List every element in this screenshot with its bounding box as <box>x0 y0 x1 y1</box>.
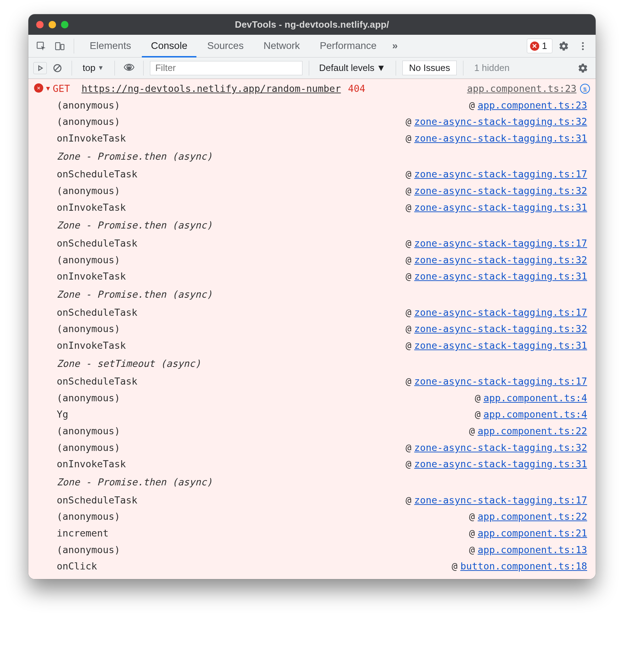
source-link[interactable]: zone-async-stack-tagging.ts:17 <box>414 307 587 318</box>
source-link[interactable]: zone-async-stack-tagging.ts:31 <box>414 271 587 282</box>
issues-button[interactable]: No Issues <box>402 61 457 75</box>
source-link[interactable]: button.component.ts:18 <box>460 561 587 572</box>
frame-function: onClick <box>57 559 97 574</box>
source-link[interactable]: zone-async-stack-tagging.ts:31 <box>414 202 587 213</box>
at-sign: @ <box>469 100 475 111</box>
source-link[interactable]: zone-async-stack-tagging.ts:32 <box>414 254 587 265</box>
source-link[interactable]: app.component.ts:23 <box>478 100 587 111</box>
stack-trace: (anonymous)@app.component.ts:23(anonymou… <box>28 97 596 575</box>
toggle-sidebar-icon[interactable] <box>33 62 47 74</box>
settings-icon[interactable] <box>556 38 572 54</box>
live-expression-icon[interactable] <box>121 60 137 76</box>
console-toolbar: top ▼ Default levels ▼ No Issues 1 hidde… <box>28 57 596 79</box>
source-link[interactable]: zone-async-stack-tagging.ts:32 <box>414 185 587 196</box>
source-link[interactable]: zone-async-stack-tagging.ts:31 <box>414 458 587 469</box>
frame-location: @zone-async-stack-tagging.ts:31 <box>391 269 587 284</box>
source-link[interactable]: app.component.ts:22 <box>478 425 587 436</box>
devtools-window: DevTools - ng-devtools.netlify.app/ Elem… <box>28 14 596 579</box>
frame-function: (anonymous) <box>57 114 120 130</box>
frame-function: onInvokeTask <box>57 200 126 215</box>
console-settings-icon[interactable] <box>575 60 591 76</box>
request-url-link[interactable]: https://ng-devtools.netlify.app/random-n… <box>82 81 341 97</box>
hidden-messages-count: 1 hidden <box>470 62 514 73</box>
source-link[interactable]: app.component.ts:13 <box>478 544 587 555</box>
stack-frame: onScheduleTask@zone-async-stack-tagging.… <box>57 373 587 390</box>
tab-console[interactable]: Console <box>142 35 197 57</box>
minimize-window-button[interactable] <box>49 21 56 28</box>
at-sign: @ <box>406 202 411 213</box>
frame-location: @zone-async-stack-tagging.ts:32 <box>391 114 587 130</box>
log-levels-selector[interactable]: Default levels ▼ <box>316 62 389 73</box>
source-link[interactable]: zone-async-stack-tagging.ts:17 <box>414 169 587 180</box>
at-sign: @ <box>406 323 411 334</box>
at-sign: @ <box>469 511 475 522</box>
panel-tabs: Elements Console Sources Network Perform… <box>80 35 403 57</box>
frame-function: (anonymous) <box>57 183 120 199</box>
disclosure-triangle-icon[interactable]: ▼ <box>46 83 50 93</box>
divider <box>143 61 144 76</box>
zoom-window-button[interactable] <box>61 21 68 28</box>
source-link[interactable]: zone-async-stack-tagging.ts:32 <box>414 323 587 334</box>
error-icon: ✕ <box>530 42 539 51</box>
frame-location: @zone-async-stack-tagging.ts:32 <box>391 253 587 268</box>
stack-frame: (anonymous)@zone-async-stack-tagging.ts:… <box>57 252 587 269</box>
source-link[interactable]: zone-async-stack-tagging.ts:17 <box>414 495 587 506</box>
source-link[interactable]: zone-async-stack-tagging.ts:32 <box>414 116 587 127</box>
inspect-element-icon[interactable] <box>33 38 49 54</box>
async-zone-label: Zone - Promise.then (async) <box>57 147 587 166</box>
source-link[interactable]: zone-async-stack-tagging.ts:31 <box>414 340 587 351</box>
at-sign: @ <box>406 495 411 506</box>
device-toolbar-icon[interactable] <box>52 38 67 54</box>
async-zone-label: Zone - setTimeout (async) <box>57 354 587 374</box>
error-count-pill[interactable]: ✕ 1 <box>527 39 552 53</box>
frame-location: @app.component.ts:22 <box>455 424 587 439</box>
source-link[interactable]: zone-async-stack-tagging.ts:32 <box>414 442 587 453</box>
stack-frame: (anonymous)@zone-async-stack-tagging.ts:… <box>57 440 587 456</box>
source-link[interactable]: app.component.ts:4 <box>483 392 587 403</box>
frame-function: (anonymous) <box>57 424 120 439</box>
at-sign: @ <box>406 340 411 351</box>
divider <box>309 61 309 76</box>
stack-frame: onInvokeTask@zone-async-stack-tagging.ts… <box>57 199 587 216</box>
source-link[interactable]: zone-async-stack-tagging.ts:17 <box>414 238 587 249</box>
chevron-down-icon: ▼ <box>98 64 104 72</box>
at-sign: @ <box>452 561 457 572</box>
reload-icon[interactable]: ⇅ <box>580 84 590 94</box>
stack-frame: (anonymous)@app.component.ts:22 <box>57 423 587 440</box>
frame-location: @app.component.ts:13 <box>455 542 587 558</box>
filter-input[interactable] <box>150 61 302 75</box>
at-sign: @ <box>406 185 411 196</box>
error-icon: ✕ <box>34 83 43 93</box>
stack-frame: onScheduleTask@zone-async-stack-tagging.… <box>57 235 587 252</box>
tab-performance[interactable]: Performance <box>311 35 386 57</box>
kebab-menu-icon[interactable] <box>575 38 591 54</box>
divider <box>463 61 463 76</box>
message-origin-link[interactable]: app.component.ts:23 ⇅ <box>467 81 590 97</box>
source-link[interactable]: app.component.ts:21 <box>478 528 587 539</box>
source-link[interactable]: app.component.ts:22 <box>478 511 587 522</box>
frame-location: @zone-async-stack-tagging.ts:31 <box>391 457 587 472</box>
at-sign: @ <box>406 376 411 387</box>
clear-console-icon[interactable] <box>50 60 65 76</box>
frame-function: increment <box>57 526 108 541</box>
close-window-button[interactable] <box>36 21 44 28</box>
frame-function: (anonymous) <box>57 391 120 406</box>
tab-elements[interactable]: Elements <box>80 35 140 57</box>
divider <box>74 39 74 54</box>
at-sign: @ <box>469 528 475 539</box>
tab-sources[interactable]: Sources <box>198 35 253 57</box>
tab-more-icon[interactable]: » <box>387 35 403 57</box>
stack-frame: Yg@app.component.ts:4 <box>57 406 587 423</box>
error-count: 1 <box>542 40 547 51</box>
stack-frame: increment@app.component.ts:21 <box>57 525 587 542</box>
source-link[interactable]: zone-async-stack-tagging.ts:17 <box>414 376 587 387</box>
frame-function: onInvokeTask <box>57 338 126 353</box>
frame-location: @zone-async-stack-tagging.ts:17 <box>391 493 587 508</box>
tab-network[interactable]: Network <box>254 35 309 57</box>
source-link[interactable]: zone-async-stack-tagging.ts:31 <box>414 133 587 144</box>
context-selector[interactable]: top ▼ <box>78 61 108 75</box>
stack-frame: onInvokeTask@zone-async-stack-tagging.ts… <box>57 130 587 147</box>
source-link[interactable]: app.component.ts:4 <box>483 409 587 420</box>
at-sign: @ <box>406 169 411 180</box>
frame-function: (anonymous) <box>57 321 120 337</box>
